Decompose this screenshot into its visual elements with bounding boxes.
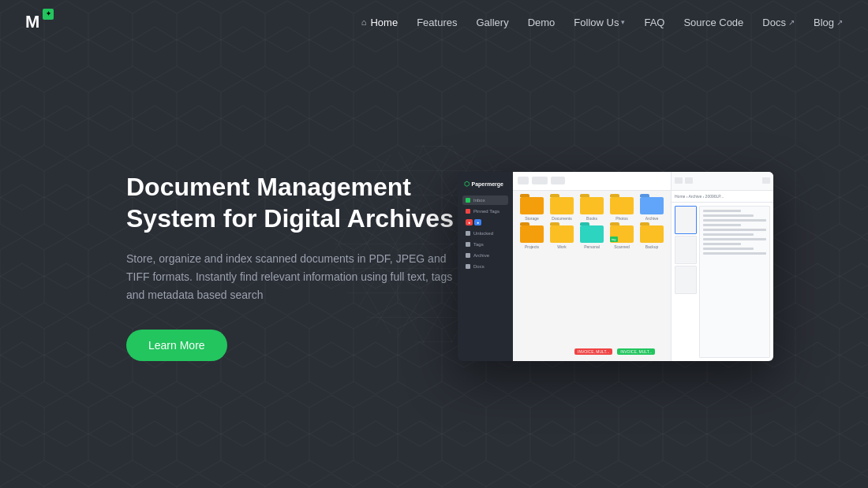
nav-link-source[interactable]: Source Code (683, 17, 743, 28)
nav-links: ⌂ Home Features Gallery Demo Follow Us ▾ (361, 17, 843, 28)
folder-icon (580, 225, 604, 243)
learn-more-button[interactable]: Learn More (126, 330, 227, 361)
app-logo: ⬡ Papermerge (462, 178, 508, 189)
folder-item[interactable]: Documents (549, 197, 574, 221)
nav-label-gallery: Gallery (476, 17, 508, 28)
folder-label: Scanned (614, 244, 630, 249)
toolbar-btn-1[interactable] (518, 177, 529, 184)
tags-dot (466, 209, 470, 214)
thumb-item-2[interactable] (675, 236, 697, 264)
folder-icon (550, 225, 574, 243)
sidebar-item-docs[interactable]: Docs (462, 262, 508, 271)
folder-label: Archive (645, 216, 659, 221)
toolbar-btn-3[interactable] (551, 177, 565, 184)
app-main-area: Storage Documents Books Photos (513, 172, 671, 361)
sidebar-item-tags[interactable]: Pinned Tags (462, 207, 508, 216)
logo[interactable]: M✦ (25, 12, 54, 32)
sidebar-label-tags2: Tags (473, 242, 484, 247)
doc-text-line (703, 224, 741, 226)
folder-icon (640, 225, 664, 243)
app-screenshot: ⬡ Papermerge Inbox Pinned Tags ● ● (458, 172, 773, 361)
nav-label-docs: Docs (762, 17, 786, 28)
folder-icon: tag (610, 225, 634, 243)
hero-section: Document Management System for Digital A… (0, 44, 868, 488)
viewer-btn-1[interactable] (675, 177, 683, 184)
nav-link-blog[interactable]: Blog ↗ (814, 17, 843, 28)
folder-item[interactable]: Backup (639, 225, 664, 249)
hero-title: Document Management System for Digital A… (126, 171, 458, 234)
thumb-item-3[interactable] (675, 266, 697, 294)
folder-item[interactable]: Books (579, 197, 604, 221)
viewer-btn-2[interactable] (685, 177, 693, 184)
nav-label-follow: Follow Us (574, 17, 619, 28)
thumb-item-1[interactable] (675, 206, 697, 234)
nav-label-features: Features (417, 17, 457, 28)
folder-item[interactable]: Projects (519, 225, 544, 249)
folder-icon (550, 197, 574, 214)
nav-link-demo[interactable]: Demo (528, 17, 556, 28)
logo-text: M (25, 12, 39, 32)
viewer-btn-close[interactable] (762, 177, 770, 184)
folder-item[interactable]: Storage (519, 197, 544, 221)
folder-icon (520, 197, 544, 214)
nav-item-docs[interactable]: Docs ↗ (762, 17, 795, 28)
folders-grid: Storage Documents Books Photos (513, 191, 671, 255)
folder-label: Documents (552, 216, 571, 221)
nav-link-follow[interactable]: Follow Us ▾ (574, 17, 625, 28)
nav-link-home[interactable]: ⌂ Home (361, 17, 398, 28)
tag-invoice: INVOICE, MULT... (574, 348, 612, 355)
logo-badge: ✦ (43, 9, 54, 20)
viewer-content (672, 203, 773, 361)
nav-label-demo: Demo (528, 17, 556, 28)
hero-right: ⬡ Papermerge Inbox Pinned Tags ● ● (458, 172, 773, 361)
app-document-viewer: Home › Archive › 20090LP... (671, 172, 773, 361)
sidebar-label-unlocked: Unlocked (473, 231, 493, 236)
nav-item-home[interactable]: ⌂ Home (361, 17, 398, 28)
app-sidebar: ⬡ Papermerge Inbox Pinned Tags ● ● (458, 172, 513, 361)
tag-blue: ● (474, 219, 481, 225)
tag-receipt: INVOICE, MULT... (617, 348, 655, 355)
tags2-dot (466, 242, 470, 247)
nav-item-source[interactable]: Source Code (683, 17, 743, 28)
nav-item-faq[interactable]: FAQ (644, 17, 664, 28)
doc-text-line (703, 219, 766, 222)
toolbar-btn-2[interactable] (532, 177, 548, 184)
bottom-tags: INVOICE, MULT... INVOICE, MULT... (568, 345, 661, 358)
nav-item-gallery[interactable]: Gallery (476, 17, 508, 28)
sidebar-item-archive[interactable]: Archive (462, 251, 508, 260)
sidebar-item-tags2[interactable]: Tags (462, 240, 508, 249)
folder-item[interactable]: Archive (639, 197, 664, 221)
doc-text-line (703, 243, 741, 245)
tag-list: ● ● (462, 218, 508, 227)
doc-text-line (703, 229, 766, 231)
sidebar-label-archive: Archive (473, 253, 489, 258)
folder-icon (580, 197, 604, 214)
viewer-breadcrumb: Home › Archive › 20090LP... (672, 191, 773, 203)
document-thumbnails (675, 206, 697, 358)
nav-item-demo[interactable]: Demo (528, 17, 556, 28)
nav-link-docs[interactable]: Docs ↗ (762, 17, 795, 28)
doc-text-line (703, 214, 754, 217)
tag-badge: tag (610, 237, 618, 242)
nav-link-faq[interactable]: FAQ (644, 17, 664, 28)
dropdown-arrow-icon: ▾ (621, 18, 625, 26)
doc-text-line (703, 248, 754, 250)
document-main-view (699, 206, 770, 358)
navbar: M✦ ⌂ Home Features Gallery Demo Follo (0, 0, 868, 44)
nav-link-gallery[interactable]: Gallery (476, 17, 508, 28)
sidebar-item-inbox[interactable]: Inbox (462, 196, 508, 205)
inbox-dot (466, 198, 470, 203)
folder-item[interactable]: tag Scanned (609, 225, 634, 249)
folder-item[interactable]: Photos (609, 197, 634, 221)
nav-item-blog[interactable]: Blog ↗ (814, 17, 843, 28)
nav-item-features[interactable]: Features (417, 17, 457, 28)
sidebar-item-unlocked[interactable]: Unlocked (462, 229, 508, 238)
folder-item[interactable]: Personal (579, 225, 604, 249)
folder-label: Books (586, 216, 597, 221)
folder-item[interactable]: Work (549, 225, 574, 249)
nav-link-features[interactable]: Features (417, 17, 457, 28)
folder-icon (520, 225, 544, 243)
folder-icon (640, 197, 664, 214)
folder-label: Backup (645, 244, 659, 249)
nav-item-follow[interactable]: Follow Us ▾ (574, 17, 625, 28)
